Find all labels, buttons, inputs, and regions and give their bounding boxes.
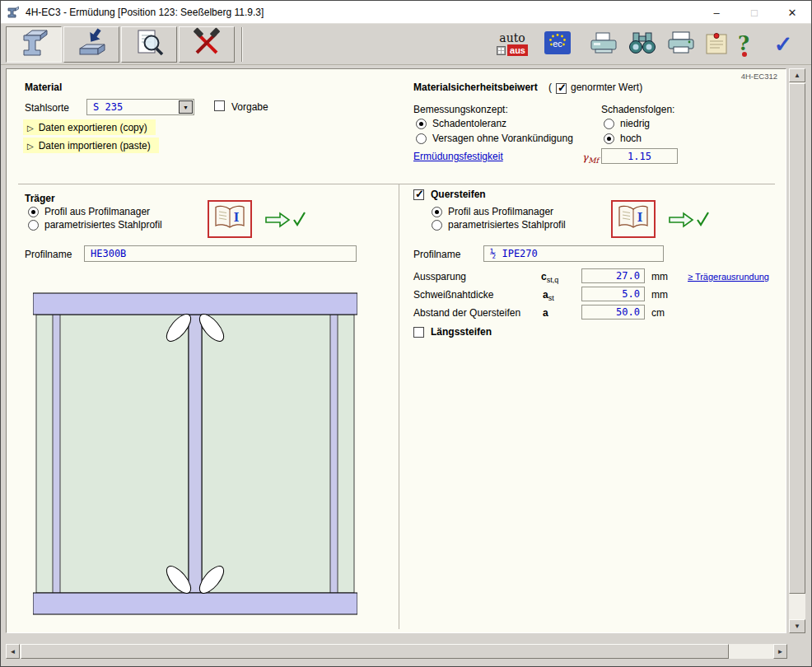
radio-schadentoleranz[interactable] [416, 119, 427, 129]
hoch-label[interactable]: hoch [620, 133, 642, 144]
stahlsorte-select[interactable]: S 235 [86, 99, 194, 115]
beam-cross-section-drawing [33, 292, 357, 616]
laengssteifen-label[interactable]: Längssteifen [431, 326, 492, 338]
traeger-parametrisiert-label[interactable]: parametrisiertes Stahlprofil [44, 219, 162, 231]
scroll-right-button[interactable] [773, 644, 787, 659]
schweissnaht-symbol: ast [543, 289, 554, 302]
quersteifen-profilname-field[interactable]: ½ IPE270 [483, 245, 664, 262]
svg-text:I: I [234, 211, 240, 224]
vertical-divider [399, 184, 399, 629]
traeger-profilmanager-label[interactable]: Profil aus Profilmanager [44, 206, 150, 217]
traeger-profilname-field[interactable]: HE300B [84, 245, 357, 262]
profile-view-button[interactable] [6, 26, 62, 63]
symbol-base: c [541, 271, 547, 282]
schadentoleranz-label[interactable]: Schadentoleranz [432, 118, 506, 129]
main-panel: 4H-EC312 Material Stahlsorte S 235 Vorga… [6, 68, 786, 633]
symbol-base: a [543, 289, 548, 301]
vertical-scroll-thumb[interactable] [789, 83, 805, 594]
quersteifen-radio-profilmanager[interactable] [432, 207, 442, 217]
radio-hoch[interactable] [604, 133, 614, 144]
window-title: 4H-EC3 - Ermüdung [Position 123: Seeßelb… [26, 7, 264, 18]
document-magnifier-button[interactable] [121, 26, 177, 63]
app-icon [7, 6, 20, 19]
radio-niedrig[interactable] [604, 119, 614, 129]
print-button[interactable] [665, 26, 698, 63]
close-button[interactable]: ✕ [773, 1, 811, 24]
quersteifen-profilmanager-label[interactable]: Profil aus Profilmanager [448, 206, 553, 217]
ermuedungsfestigkeit-link[interactable]: Ermüdungsfestigkeit [413, 151, 503, 162]
abstand-label: Abstand der Quersteifen [413, 307, 520, 319]
vorgabe-label[interactable]: Vorgabe [231, 101, 268, 113]
crossed-hammers-icon [189, 27, 225, 62]
svg-text:ec: ec [553, 39, 562, 49]
abstand-field[interactable]: 50.0 [581, 305, 645, 320]
auto-aus-button[interactable]: auto aus [493, 26, 531, 63]
quersteifen-profilname-label: Profilname [413, 249, 460, 260]
export-data-link[interactable]: Daten exportieren (copy) [23, 119, 156, 135]
genormter-wert-checkbox[interactable] [556, 83, 567, 94]
sicherheit-heading: Materialsicherheitsbeiwert [413, 82, 538, 93]
material-heading: Material [25, 82, 62, 93]
scroll-down-button[interactable] [789, 619, 805, 633]
symbol-sub: Mf [588, 156, 599, 165]
toolbar: auto aus ec [1, 24, 811, 65]
scroll-up-button[interactable] [789, 68, 805, 82]
import-data-link[interactable]: Daten importieren (paste) [23, 138, 159, 153]
traeger-profilmanager-button[interactable]: I [208, 200, 252, 238]
traeger-radio-parametrisiert[interactable] [28, 220, 39, 231]
abstand-symbol: a [543, 307, 548, 319]
crossed-tools-button[interactable] [179, 26, 235, 63]
horizontal-divider [18, 184, 775, 184]
minimize-button[interactable]: – [698, 1, 735, 24]
eurocode-button[interactable]: ec [543, 26, 572, 63]
green-arrow-check-icon [264, 209, 308, 234]
vertical-scrollbar[interactable] [789, 68, 805, 633]
confirm-button[interactable]: ✓ [765, 26, 801, 63]
horizontal-scrollbar[interactable] [6, 644, 787, 659]
loads-view-button[interactable] [63, 26, 119, 63]
vorgabe-checkbox[interactable] [214, 100, 225, 111]
window-controls: – □ ✕ [698, 1, 811, 24]
traeger-apply-button[interactable] [264, 210, 308, 233]
quersteifen-apply-button[interactable] [667, 210, 712, 233]
horizontal-scroll-thumb[interactable] [21, 644, 729, 659]
quersteifen-profilmanager-button[interactable]: I [611, 200, 656, 238]
beam-load-icon [73, 27, 110, 62]
scroll-left-button[interactable] [6, 644, 20, 659]
versagen-label[interactable]: Versagen ohne Vorankündigung [432, 133, 573, 144]
notes-button[interactable] [702, 26, 730, 63]
copy-pages-button[interactable] [587, 26, 620, 63]
quersteifen-radio-parametrisiert[interactable] [432, 220, 442, 231]
quersteifen-heading[interactable]: Quersteifen [431, 189, 486, 200]
quersteifen-parametrisiert-label[interactable]: parametrisiertes Stahlprofil [448, 219, 566, 231]
aussparung-field[interactable]: 27.0 [581, 268, 645, 283]
question-mark-icon: ? [738, 31, 754, 58]
aussparung-value: 27.0 [616, 270, 640, 282]
radio-versagen[interactable] [416, 133, 427, 144]
schweissnaht-field[interactable]: 5.0 [581, 287, 645, 301]
traeger-radio-profilmanager[interactable] [28, 207, 39, 217]
search-binoculars-button[interactable] [625, 26, 660, 63]
niedrig-label[interactable]: niedrig [620, 118, 650, 129]
gamma-mf-field[interactable]: 1.15 [601, 148, 678, 164]
schweissnaht-unit: mm [651, 289, 668, 301]
traegerausrundung-link[interactable]: ≥ Trägerausrundung [688, 272, 769, 282]
abstand-unit: cm [651, 307, 665, 319]
laengssteifen-checkbox[interactable] [413, 327, 424, 338]
quersteifen-profilname-value: ½ IPE270 [490, 248, 538, 259]
copier-icon [589, 30, 618, 58]
quersteifen-checkbox[interactable] [413, 189, 424, 200]
genormter-wert-label[interactable]: genormter Wert) [571, 82, 642, 93]
traeger-profilname-label: Profilname [25, 249, 72, 260]
paren-open: ( [548, 82, 552, 93]
symbol-sub: st [548, 294, 554, 302]
magnifier-icon [131, 27, 167, 62]
chevron-down-icon[interactable] [179, 100, 193, 114]
schweissnaht-value: 5.0 [622, 288, 640, 300]
help-button[interactable]: ? [734, 26, 758, 63]
profile-book-icon: I [212, 203, 247, 235]
maximize-button[interactable]: □ [735, 1, 773, 24]
notepad-icon [704, 30, 729, 59]
export-data-label: Daten exportieren (copy) [39, 122, 147, 133]
gamma-mf-value: 1.15 [628, 151, 651, 162]
